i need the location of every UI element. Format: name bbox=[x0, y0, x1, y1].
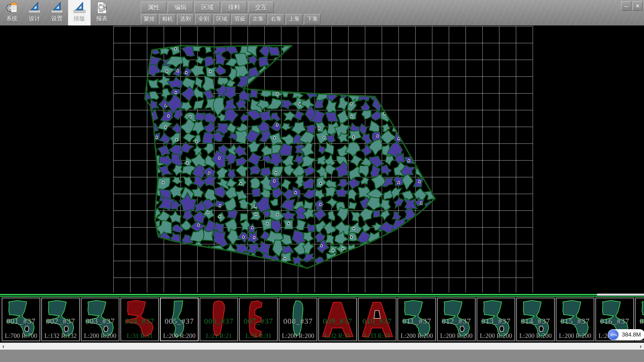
piece-lr-values: L:32 R:31 bbox=[319, 332, 356, 340]
menu-button-聚排[interactable]: 聚排 bbox=[141, 14, 158, 24]
app-window: 系统 设计 设置 排版 报表 属性编辑区域排料交互 聚排相机选割全 bbox=[0, 0, 644, 362]
piece-label: 015_#37 bbox=[556, 317, 594, 326]
piece-label: 012_#37 bbox=[438, 317, 475, 326]
main-tab-label: 排版 bbox=[74, 15, 85, 22]
main-tab-排版[interactable]: 排版 bbox=[68, 0, 91, 25]
main-tab-label: 设计 bbox=[29, 15, 40, 22]
minimize-button[interactable]: ─ bbox=[621, 1, 631, 11]
piece-thumbnail-008_#37[interactable]: 008_#37L:200 R:200 bbox=[279, 298, 317, 341]
bottom-status-bar bbox=[0, 350, 644, 362]
menu-button-右靠[interactable]: 右靠 bbox=[268, 14, 284, 24]
piece-label: 009_#37 bbox=[319, 317, 356, 326]
status-badge: 38% 384.8M bbox=[608, 329, 644, 340]
main-tab-设计[interactable]: 设计 bbox=[23, 0, 46, 25]
piece-thumbnail-015_#37[interactable]: 015_#37L:200 R:200 bbox=[556, 298, 594, 341]
piece-label: 007_#37 bbox=[240, 317, 277, 326]
piece-thumbnail-001_#37[interactable]: 001_#37L:700 R:700 bbox=[2, 298, 40, 341]
menu-button-编辑[interactable]: 编辑 bbox=[168, 2, 193, 13]
menu-button-相机[interactable]: 相机 bbox=[159, 14, 176, 24]
scroll-left-arrow-icon[interactable]: ‹ bbox=[0, 343, 7, 350]
piece-lr-values: L:21 R:21 bbox=[200, 332, 237, 340]
window-controls: ─ ✕ bbox=[621, 1, 643, 11]
piece-label: 013_#37 bbox=[477, 317, 515, 326]
horizontal-scrollbar[interactable]: ‹ › bbox=[0, 343, 644, 350]
piece-thumbnail-002_#37[interactable]: 002_#37L:132 R:132 bbox=[41, 298, 80, 341]
piece-thumbnail-strip: 001_#37L:700 R:700 002_#37L:132 R:132 00… bbox=[0, 297, 644, 342]
piece-lr-values: L:200 R:200 bbox=[517, 332, 554, 340]
piece-lr-values: L:132 R:132 bbox=[42, 332, 79, 340]
main-tab-buttons: 系统 设计 设置 排版 报表 bbox=[1, 0, 113, 25]
memory-usage-label: 384.8M bbox=[619, 331, 644, 338]
main-tab-label: 设置 bbox=[51, 15, 63, 22]
menu-button-选割[interactable]: 选割 bbox=[177, 14, 194, 24]
piece-label: 011_#37 bbox=[398, 317, 435, 326]
piece-lr-values: L:200 R:200 bbox=[556, 332, 594, 340]
close-button[interactable]: ✕ bbox=[633, 1, 643, 11]
piece-label: 017_#37 bbox=[636, 317, 644, 326]
piece-lr-values: L:31 R:31 bbox=[121, 332, 158, 340]
menu-button-区域[interactable]: 区域 bbox=[195, 2, 220, 13]
menu-button-左靠[interactable]: 左靠 bbox=[250, 14, 266, 24]
set-square-icon bbox=[73, 1, 86, 14]
piece-label: 010_#37 bbox=[359, 317, 396, 326]
piece-lr-values: L:200 R:200 bbox=[477, 332, 515, 340]
piece-lr-values: L:200 R:200 bbox=[438, 332, 475, 340]
piece-lr-values: L:200 R:200 bbox=[279, 332, 317, 340]
piece-thumbnail-011_#37[interactable]: 011_#37L:200 R:200 bbox=[397, 298, 436, 341]
piece-thumbnail-007_#37[interactable]: 007_#37L:31 R:31 bbox=[239, 298, 278, 341]
menu-button-区域[interactable]: 区域 bbox=[213, 14, 230, 24]
menu-button-下靠[interactable]: 下靠 bbox=[304, 14, 321, 24]
menu-button-全割[interactable]: 全割 bbox=[195, 14, 212, 24]
piece-hole bbox=[460, 326, 464, 331]
set-square-icon bbox=[28, 1, 41, 14]
menu-button-交互[interactable]: 交互 bbox=[248, 2, 274, 13]
piece-lr-values: L:200 R:200 bbox=[82, 332, 119, 340]
piece-thumbnail-010_#37[interactable]: 010_#37L:33 R:33 bbox=[358, 298, 396, 341]
piece-thumbnail-014_#37[interactable]: 014_#37L:200 R:200 bbox=[516, 298, 555, 341]
piece-label: 006_#37 bbox=[200, 317, 237, 326]
piece-label: 003_#37 bbox=[82, 317, 119, 326]
main-tab-label: 系统 bbox=[6, 15, 18, 22]
nesting-canvas[interactable] bbox=[0, 25, 644, 294]
main-tab-系统[interactable]: 系统 bbox=[1, 0, 23, 25]
piece-label: 008_#37 bbox=[279, 317, 317, 326]
menu-button-属性[interactable]: 属性 bbox=[141, 2, 166, 13]
piece-lr-values: L:200 R:200 bbox=[161, 332, 198, 340]
piece-label: 004_#37 bbox=[121, 317, 158, 326]
piece-hole bbox=[539, 326, 543, 331]
progress-circle: 38% bbox=[608, 329, 619, 340]
menu-button-上靠[interactable]: 上靠 bbox=[286, 14, 303, 24]
separator-green-line bbox=[0, 294, 644, 295]
piece-thumbnail-004_#37[interactable]: 004_#37L:31 R:31 bbox=[120, 298, 159, 341]
piece-lr-values: L:33 R:33 bbox=[359, 332, 396, 340]
piece-hole bbox=[64, 326, 68, 331]
piece-lr-values: L:700 R:700 bbox=[2, 332, 40, 340]
system-gear-icon bbox=[5, 1, 19, 14]
piece-thumbnail-006_#37[interactable]: 006_#37L:21 R:21 bbox=[200, 298, 238, 341]
piece-hole bbox=[24, 326, 29, 331]
piece-thumbnail-009_#37[interactable]: 009_#37L:32 R:31 bbox=[318, 298, 357, 341]
piece-hole bbox=[104, 326, 108, 331]
menu-button-排料[interactable]: 排料 bbox=[221, 2, 247, 13]
piece-thumbnail-003_#37[interactable]: 003_#37L:200 R:200 bbox=[81, 298, 119, 341]
piece-thumbnail-013_#37[interactable]: 013_#37L:200 R:200 bbox=[477, 298, 515, 341]
piece-thumbnail-005_#37[interactable]: 005_#37L:200 R:200 bbox=[160, 298, 199, 341]
menu-button-瑕疵[interactable]: 瑕疵 bbox=[231, 14, 248, 24]
piece-label: 005_#37 bbox=[161, 317, 198, 326]
top-toolbar: 系统 设计 设置 排版 报表 属性编辑区域排料交互 聚排相机选割全 bbox=[0, 0, 644, 26]
piece-label: 001_#37 bbox=[2, 317, 40, 326]
strip-scroll-corner bbox=[597, 294, 644, 296]
report-document-icon bbox=[95, 1, 109, 14]
piece-label: 014_#37 bbox=[517, 317, 554, 326]
piece-lr-values: L:200 R:200 bbox=[398, 332, 435, 340]
piece-thumbnail-012_#37[interactable]: 012_#37L:200 R:200 bbox=[437, 298, 476, 341]
scroll-right-arrow-icon[interactable]: › bbox=[637, 343, 644, 350]
strip-separator bbox=[0, 294, 644, 297]
main-tab-报表[interactable]: 报表 bbox=[91, 0, 113, 25]
set-square-icon bbox=[50, 1, 64, 14]
piece-hole bbox=[499, 326, 504, 331]
menu-row-2: 聚排相机选割全割区域瑕疵左靠右靠上靠下靠 bbox=[141, 14, 321, 24]
menu-row-1: 属性编辑区域排料交互 bbox=[141, 2, 274, 13]
main-tab-label: 报表 bbox=[96, 15, 108, 22]
main-tab-设置[interactable]: 设置 bbox=[46, 0, 68, 25]
